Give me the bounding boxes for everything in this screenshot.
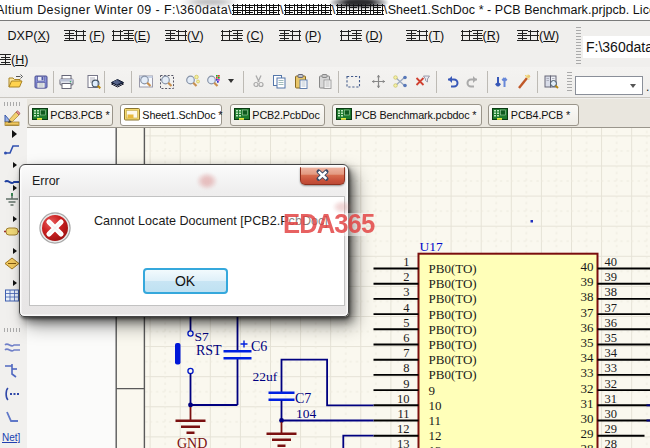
svg-text:22uf: 22uf <box>252 369 277 384</box>
svg-text:PB0(TO): PB0(TO) <box>428 261 476 276</box>
svg-text:35: 35 <box>604 331 617 345</box>
svg-text:C6: C6 <box>251 339 267 354</box>
svg-text:29: 29 <box>604 422 617 436</box>
svg-text:PB0(TO): PB0(TO) <box>428 337 476 352</box>
svg-text:PB0(TO): PB0(TO) <box>428 322 476 337</box>
svg-text:37: 37 <box>580 305 594 320</box>
svg-text:U17: U17 <box>419 239 442 254</box>
svg-text:31: 31 <box>580 396 593 411</box>
svg-text:34: 34 <box>604 346 617 360</box>
svg-text:PB0(TO): PB0(TO) <box>428 307 476 322</box>
svg-text:PB0(TO): PB0(TO) <box>428 367 476 382</box>
svg-text:PB0(TO): PB0(TO) <box>428 276 476 291</box>
svg-text:9: 9 <box>403 377 409 391</box>
svg-text:30: 30 <box>604 407 617 421</box>
svg-text:34: 34 <box>580 350 594 365</box>
svg-text:33: 33 <box>604 361 617 375</box>
svg-text:12: 12 <box>428 428 441 443</box>
svg-text:1: 1 <box>403 255 409 269</box>
svg-text:38: 38 <box>580 289 593 304</box>
svg-text:37: 37 <box>604 301 617 315</box>
svg-text:30: 30 <box>580 411 593 426</box>
svg-text:13: 13 <box>397 437 410 448</box>
svg-text:28: 28 <box>604 437 617 448</box>
svg-text:36: 36 <box>604 316 617 330</box>
svg-text:40: 40 <box>580 259 593 274</box>
svg-text:104: 104 <box>296 406 317 421</box>
svg-text:7: 7 <box>403 346 409 360</box>
svg-text:11: 11 <box>428 413 441 428</box>
svg-text:12: 12 <box>397 422 410 436</box>
svg-text:GND: GND <box>177 436 207 448</box>
svg-text:39: 39 <box>604 270 617 284</box>
svg-text:40: 40 <box>604 255 617 269</box>
svg-text:13: 13 <box>428 443 441 448</box>
svg-text:RST: RST <box>196 343 222 358</box>
svg-text:4: 4 <box>403 301 410 315</box>
svg-text:8: 8 <box>403 361 409 375</box>
svg-text:10: 10 <box>397 392 410 406</box>
svg-text:3: 3 <box>403 285 409 299</box>
svg-text:C7: C7 <box>295 391 311 406</box>
svg-text:32: 32 <box>580 381 593 396</box>
svg-text:38: 38 <box>604 285 617 299</box>
svg-text:5: 5 <box>403 316 409 330</box>
svg-text:10: 10 <box>428 398 441 413</box>
svg-text:2: 2 <box>403 270 409 284</box>
svg-text:PB0(TO): PB0(TO) <box>428 352 476 367</box>
svg-text:28: 28 <box>580 441 593 448</box>
svg-text:9: 9 <box>428 383 435 398</box>
svg-text:36: 36 <box>580 320 594 335</box>
svg-text:11: 11 <box>397 407 409 421</box>
svg-text:35: 35 <box>580 335 593 350</box>
svg-text:32: 32 <box>604 377 617 391</box>
svg-text:29: 29 <box>580 426 593 441</box>
svg-text:39: 39 <box>580 274 593 289</box>
svg-text:33: 33 <box>580 365 593 380</box>
svg-text:31: 31 <box>604 392 617 406</box>
svg-text:PB0(TO): PB0(TO) <box>428 291 476 306</box>
svg-text:6: 6 <box>403 331 409 345</box>
